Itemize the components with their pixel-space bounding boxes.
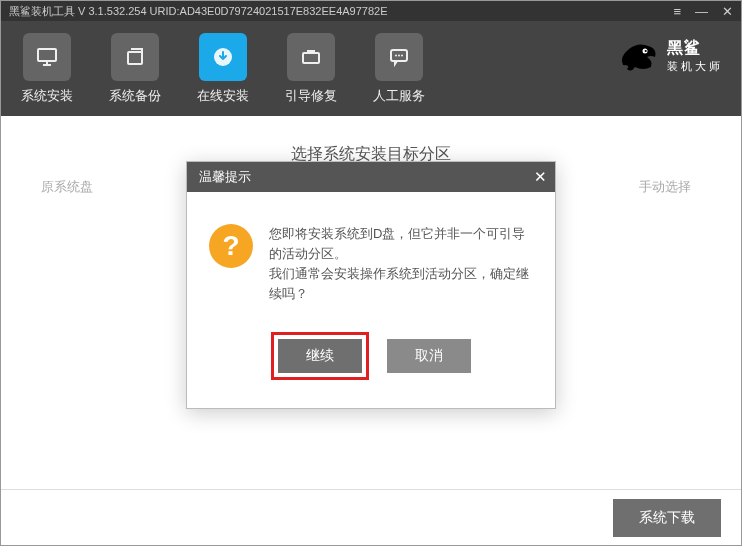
brand-logo: 黑鲨 装机大师	[617, 35, 723, 79]
chat-icon	[375, 33, 423, 81]
modal-header: 温馨提示 ✕	[187, 162, 555, 192]
tool-label: 系统安装	[21, 87, 73, 105]
download-icon	[199, 33, 247, 81]
svg-rect-0	[38, 49, 56, 61]
tool-system-backup[interactable]: 系统备份	[109, 33, 161, 105]
toolbar: 系统安装 系统备份 在线安装 引导修复	[1, 21, 741, 116]
footer: 系统下载	[1, 489, 741, 545]
tool-label: 在线安装	[197, 87, 249, 105]
menu-icon[interactable]: ≡	[673, 4, 681, 19]
tool-boot-repair[interactable]: 引导修复	[285, 33, 337, 105]
cancel-button[interactable]: 取消	[387, 339, 471, 373]
layers-icon	[111, 33, 159, 81]
monitor-icon	[23, 33, 71, 81]
modal-close-icon[interactable]: ✕	[534, 168, 547, 186]
brand-text: 黑鲨 装机大师	[667, 39, 723, 75]
continue-button[interactable]: 继续	[278, 339, 362, 373]
shark-icon	[617, 35, 661, 79]
tool-label: 人工服务	[373, 87, 425, 105]
titlebar-text: 黑鲨装机工具 V 3.1.532.254 URID:AD43E0D7972402…	[9, 4, 388, 19]
svg-point-7	[401, 54, 403, 56]
close-icon[interactable]: ✕	[722, 4, 733, 19]
tool-label: 引导修复	[285, 87, 337, 105]
app-window: 黑鲨装机工具 V 3.1.532.254 URID:AD43E0D7972402…	[0, 0, 742, 546]
brand-line1: 黑鲨	[667, 39, 701, 56]
question-icon: ?	[209, 224, 253, 268]
modal-title: 温馨提示	[199, 168, 251, 186]
tool-system-install[interactable]: 系统安装	[21, 33, 73, 105]
modal-message: 您即将安装系统到D盘，但它并非一个可引导的活动分区。 我们通常会安装操作系统到活…	[269, 224, 533, 304]
modal-message-line1: 您即将安装系统到D盘，但它并非一个可引导的活动分区。	[269, 224, 533, 264]
hint-original-disk: 原系统盘	[41, 178, 93, 196]
svg-point-6	[398, 54, 400, 56]
svg-rect-1	[128, 52, 142, 64]
modal-body: ? 您即将安装系统到D盘，但它并非一个可引导的活动分区。 我们通常会安装操作系统…	[187, 192, 555, 326]
tool-online-install[interactable]: 在线安装	[197, 33, 249, 105]
tool-manual-service[interactable]: 人工服务	[373, 33, 425, 105]
toolbox-icon	[287, 33, 335, 81]
window-controls: ≡ — ✕	[673, 4, 733, 19]
svg-point-5	[395, 54, 397, 56]
continue-highlight: 继续	[271, 332, 369, 380]
hint-manual-select[interactable]: 手动选择	[639, 178, 691, 196]
svg-point-9	[645, 50, 647, 52]
tool-label: 系统备份	[109, 87, 161, 105]
modal-actions: 继续 取消	[187, 326, 555, 408]
titlebar: 黑鲨装机工具 V 3.1.532.254 URID:AD43E0D7972402…	[1, 1, 741, 21]
svg-rect-3	[303, 53, 319, 63]
minimize-icon[interactable]: —	[695, 4, 708, 19]
modal-message-line2: 我们通常会安装操作系统到活动分区，确定继续吗？	[269, 264, 533, 304]
brand-line2: 装机大师	[667, 57, 723, 75]
system-download-button[interactable]: 系统下载	[613, 499, 721, 537]
warning-modal: 温馨提示 ✕ ? 您即将安装系统到D盘，但它并非一个可引导的活动分区。 我们通常…	[186, 161, 556, 409]
toolbar-items: 系统安装 系统备份 在线安装 引导修复	[21, 33, 425, 105]
